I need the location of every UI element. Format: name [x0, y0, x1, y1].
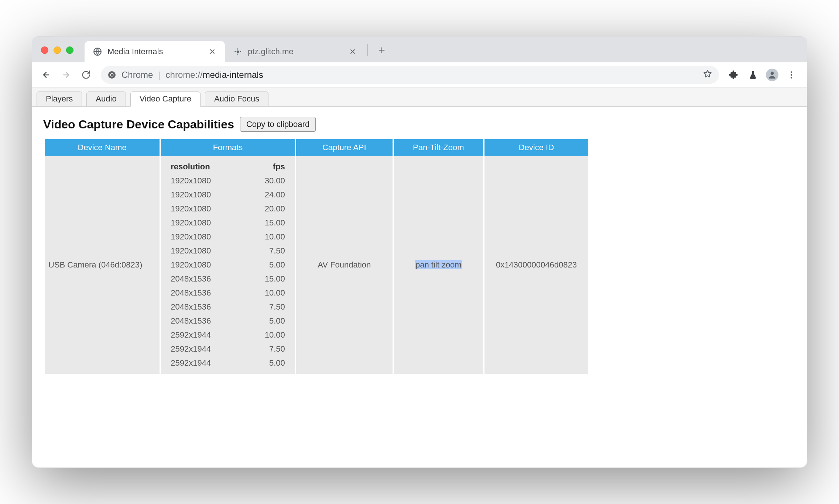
- format-resolution: 2048x1536: [171, 272, 247, 286]
- subtab-players[interactable]: Players: [37, 92, 82, 107]
- menu-button[interactable]: [783, 66, 800, 84]
- url-bold: media-internals: [203, 70, 263, 80]
- svg-point-6: [791, 71, 792, 73]
- formats-row: 2048x153610.00: [171, 286, 285, 300]
- format-fps: 30.00: [247, 174, 285, 188]
- browser-toolbar: Chrome | chrome://media-internals: [32, 62, 807, 87]
- page-heading: Video Capture Device Capabilities: [43, 118, 234, 131]
- format-fps: 7.50: [247, 342, 285, 356]
- globe-icon: [93, 47, 102, 56]
- tab-title: Media Internals: [107, 47, 203, 56]
- address-bar[interactable]: Chrome | chrome://media-internals: [101, 66, 719, 84]
- table-row: USB Camera (046d:0823) resolution fps 19…: [45, 156, 588, 374]
- url-dim: chrome://: [166, 70, 203, 80]
- chrome-icon: [107, 70, 116, 79]
- forward-button[interactable]: [57, 66, 75, 84]
- svg-point-5: [771, 72, 774, 75]
- url-scheme: Chrome: [121, 70, 153, 80]
- extensions-icon[interactable]: [725, 66, 743, 84]
- formats-row: 1920x10805.00: [171, 258, 285, 272]
- heading-row: Video Capture Device Capabilities Copy t…: [43, 117, 796, 132]
- window-controls: [40, 38, 85, 62]
- th-device-name[interactable]: Device Name: [45, 139, 160, 156]
- format-fps: 15.00: [247, 272, 285, 286]
- window-minimize[interactable]: [54, 46, 61, 54]
- format-resolution: 2592x1944: [171, 328, 247, 342]
- formats-th-resolution: resolution: [171, 160, 247, 174]
- th-ptz[interactable]: Pan-Tilt-Zoom: [394, 139, 483, 156]
- labs-icon[interactable]: [744, 66, 762, 84]
- formats-row: 1920x108010.00: [171, 230, 285, 244]
- format-resolution: 1920x1080: [171, 188, 247, 202]
- svg-point-8: [791, 77, 792, 78]
- formats-row: 1920x108024.00: [171, 188, 285, 202]
- cell-pan-tilt-zoom: pan tilt zoom: [394, 156, 483, 374]
- th-capture-api[interactable]: Capture API: [296, 139, 393, 156]
- format-resolution: 2048x1536: [171, 286, 247, 300]
- browser-window: Media Internals × ptz.glitch.me × + C: [32, 36, 807, 468]
- tab-strip: Media Internals × ptz.glitch.me × +: [32, 37, 807, 62]
- profile-button[interactable]: [763, 66, 781, 84]
- format-fps: 15.00: [247, 216, 285, 230]
- format-fps: 10.00: [247, 328, 285, 342]
- format-resolution: 1920x1080: [171, 230, 247, 244]
- subtab-video-capture[interactable]: Video Capture: [130, 92, 201, 107]
- formats-row: 2592x19445.00: [171, 356, 285, 370]
- tab-divider: [367, 44, 368, 56]
- capabilities-table: Device Name Formats Capture API Pan-Tilt…: [43, 139, 590, 374]
- formats-row: 1920x108020.00: [171, 202, 285, 216]
- new-tab-button[interactable]: +: [374, 42, 390, 58]
- subtab-audio[interactable]: Audio: [86, 92, 126, 107]
- avatar-icon: [766, 69, 778, 81]
- cell-capture-api: AV Foundation: [296, 156, 393, 374]
- table-header-row: Device Name Formats Capture API Pan-Tilt…: [45, 139, 588, 156]
- format-resolution: 2048x1536: [171, 314, 247, 328]
- format-resolution: 1920x1080: [171, 258, 247, 272]
- formats-row: 1920x108030.00: [171, 174, 285, 188]
- format-fps: 7.50: [247, 244, 285, 258]
- tab-title: ptz.glitch.me: [248, 47, 343, 56]
- bookmark-star-icon[interactable]: [703, 69, 712, 81]
- formats-row: 1920x108015.00: [171, 216, 285, 230]
- formats-row: 2592x194410.00: [171, 328, 285, 342]
- formats-table: resolution fps 1920x108030.001920x108024…: [171, 160, 285, 370]
- format-fps: 20.00: [247, 202, 285, 216]
- url-divider: |: [158, 70, 160, 80]
- format-resolution: 2048x1536: [171, 300, 247, 314]
- format-resolution: 2592x1944: [171, 356, 247, 370]
- copy-to-clipboard-button[interactable]: Copy to clipboard: [240, 117, 316, 132]
- page-content: Video Capture Device Capabilities Copy t…: [32, 107, 807, 467]
- tab-close-icon[interactable]: ×: [348, 46, 357, 57]
- cell-device-name: USB Camera (046d:0823): [45, 156, 160, 374]
- format-resolution: 1920x1080: [171, 174, 247, 188]
- th-formats[interactable]: Formats: [161, 139, 294, 156]
- format-resolution: 2592x1944: [171, 342, 247, 356]
- formats-row: 2048x15367.50: [171, 300, 285, 314]
- browser-tab-media-internals[interactable]: Media Internals ×: [85, 41, 225, 62]
- format-fps: 10.00: [247, 286, 285, 300]
- format-fps: 24.00: [247, 188, 285, 202]
- formats-row: 2592x19447.50: [171, 342, 285, 356]
- window-close[interactable]: [41, 46, 48, 54]
- format-fps: 5.00: [247, 314, 285, 328]
- window-zoom[interactable]: [66, 46, 73, 54]
- svg-point-4: [111, 74, 113, 76]
- cell-formats: resolution fps 1920x108030.001920x108024…: [161, 156, 294, 374]
- svg-point-1: [237, 51, 239, 52]
- subtab-audio-focus[interactable]: Audio Focus: [205, 92, 268, 107]
- back-button[interactable]: [37, 66, 55, 84]
- format-resolution: 1920x1080: [171, 202, 247, 216]
- tab-close-icon[interactable]: ×: [208, 46, 217, 57]
- formats-row: 2048x15365.00: [171, 314, 285, 328]
- cell-device-id: 0x14300000046d0823: [484, 156, 588, 374]
- format-fps: 7.50: [247, 300, 285, 314]
- th-device-id[interactable]: Device ID: [484, 139, 588, 156]
- toolbar-right: [725, 66, 802, 84]
- formats-row: 2048x153615.00: [171, 272, 285, 286]
- format-resolution: 1920x1080: [171, 216, 247, 230]
- formats-th-fps: fps: [247, 160, 285, 174]
- page-tabs: Players Audio Video Capture Audio Focus: [32, 87, 807, 107]
- ptz-favicon-icon: [233, 47, 243, 56]
- reload-button[interactable]: [77, 66, 95, 84]
- browser-tab-ptz[interactable]: ptz.glitch.me ×: [225, 41, 365, 62]
